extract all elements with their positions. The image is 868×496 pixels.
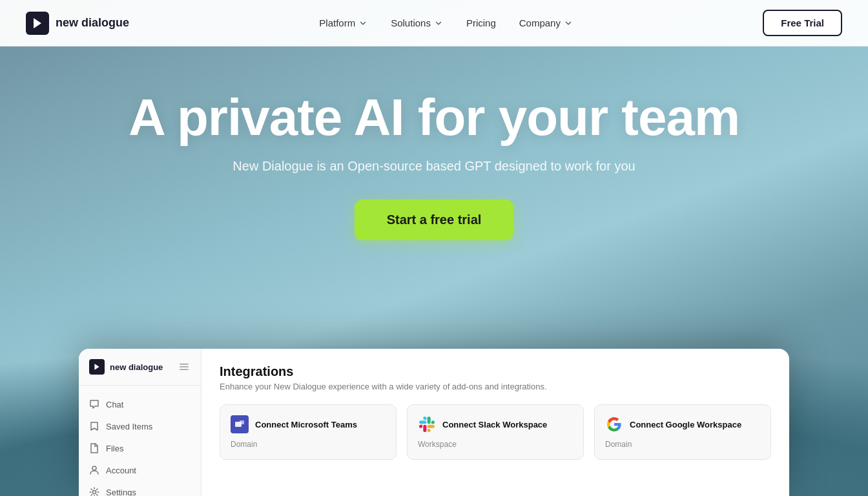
integration-card-slack[interactable]: Connect Slack Workspace Workspace (407, 404, 584, 460)
sidebar-item-settings[interactable]: Settings (79, 481, 201, 496)
logo-text: new dialogue (56, 16, 129, 30)
hero-subtitle: New Dialogue is an Open-source based GPT… (232, 159, 635, 174)
app-sidebar: new dialogue Chat (79, 349, 202, 496)
integration-card-google[interactable]: Connect Google Workspace Domain (594, 404, 771, 460)
slack-icon (418, 415, 436, 433)
sidebar-item-saved[interactable]: Saved Items (79, 415, 201, 437)
svg-point-5 (92, 466, 96, 470)
teams-icon (231, 415, 249, 433)
free-trial-button[interactable]: Free Trial (763, 10, 842, 36)
teams-name: Connect Microsoft Teams (255, 420, 357, 429)
integrations-subtitle: Enhance your New Dialogue experience wit… (220, 382, 771, 391)
google-name: Connect Google Workspace (630, 420, 741, 429)
hero-title: A private AI for your team (129, 90, 739, 145)
app-main-content: Integrations Enhance your New Dialogue e… (202, 349, 789, 496)
app-logo-icon (89, 359, 105, 375)
slack-name: Connect Slack Workspace (442, 420, 547, 429)
start-trial-button[interactable]: Start a free trial (355, 200, 514, 240)
sidebar-toggle[interactable] (178, 360, 191, 373)
integrations-title: Integrations (220, 364, 771, 379)
svg-rect-2 (180, 364, 189, 365)
integration-cards: Connect Microsoft Teams Domain (220, 404, 771, 460)
logo-icon (26, 12, 49, 35)
nav-company[interactable]: Company (519, 17, 573, 28)
nav-platform[interactable]: Platform (319, 17, 367, 28)
sidebar-item-chat[interactable]: Chat (79, 393, 201, 415)
teams-field: Domain (231, 440, 386, 449)
svg-rect-4 (180, 369, 189, 371)
svg-marker-0 (34, 18, 41, 28)
nav-solutions[interactable]: Solutions (391, 17, 443, 28)
svg-rect-3 (180, 366, 189, 367)
sidebar-item-files[interactable]: Files (79, 437, 201, 459)
nav-pricing[interactable]: Pricing (466, 17, 496, 28)
logo[interactable]: new dialogue (26, 12, 129, 35)
app-preview: new dialogue Chat (79, 349, 789, 496)
svg-marker-1 (94, 364, 99, 370)
svg-rect-8 (240, 420, 244, 424)
google-icon (605, 415, 623, 433)
sidebar-item-account[interactable]: Account (79, 459, 201, 481)
slack-field: Workspace (418, 440, 573, 449)
google-field: Domain (605, 440, 760, 449)
svg-point-6 (93, 491, 96, 494)
integration-card-teams[interactable]: Connect Microsoft Teams Domain (220, 404, 397, 460)
app-logo-text: new dialogue (110, 362, 163, 372)
hero-section: A private AI for your team New Dialogue … (0, 0, 868, 496)
nav-links: Platform Solutions Pricing Company (319, 17, 573, 28)
